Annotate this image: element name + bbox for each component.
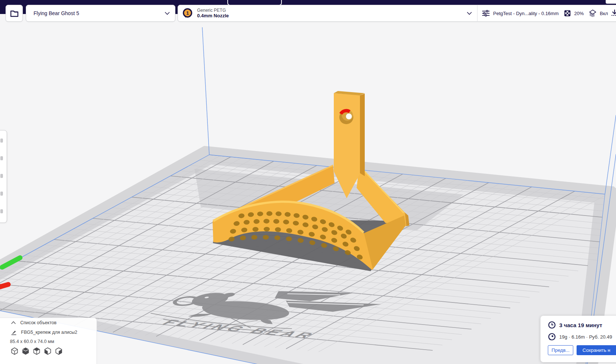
cube-top-icon (32, 347, 41, 356)
sliders-icon (482, 9, 490, 18)
print-settings-selector[interactable]: PetgTest - Dyn...ality - 0.16mm 20% Вкл (477, 5, 616, 21)
folder-icon (10, 10, 19, 17)
printer-selector[interactable]: Flying Bear Ghost 5 (26, 5, 175, 22)
account-button-remnant[interactable] (606, 0, 616, 4)
printer-name: Flying Bear Ghost 5 (34, 10, 165, 16)
support-state: Вкл (600, 11, 608, 16)
adhesion-icon (611, 8, 616, 18)
extruder-1-badge-icon: 1 (182, 7, 193, 19)
pen-icon (11, 330, 17, 335)
infill-percent: 20% (574, 11, 584, 16)
object-list-toggle[interactable]: Список объектов (0, 318, 97, 328)
chevron-up-icon (11, 321, 16, 324)
view-top-button[interactable] (32, 347, 41, 356)
material-selector[interactable]: 1 Generic PETG 0.4mm Nozzle (178, 5, 477, 21)
infill-icon (564, 9, 571, 17)
cura-window: FLYING BEAR (0, 0, 616, 364)
open-file-button[interactable] (6, 5, 23, 22)
save-button[interactable]: Сохранить н (577, 345, 616, 355)
cube-3d-icon (10, 347, 19, 356)
cube-right-icon (55, 347, 63, 356)
svg-text:1: 1 (186, 10, 189, 16)
object-list-item[interactable]: FBG5_крепеж для алисы2 (0, 328, 97, 337)
view-left-button[interactable] (43, 347, 52, 356)
model-bar-side-face (360, 94, 365, 176)
object-dimensions: 85.4 x 60.0 x 74.0 мм (0, 337, 97, 346)
cube-front-icon (21, 347, 30, 356)
viewport-3d[interactable]: FLYING BEAR (0, 0, 616, 364)
print-time: 3 часа 19 минут (559, 322, 602, 328)
material-name: Generic PETG (197, 8, 467, 13)
view-3d-button[interactable] (10, 347, 19, 356)
chevron-down-icon (467, 12, 472, 15)
camera-view-buttons (0, 347, 97, 356)
print-profile: PetgTest - Dyn...ality - 0.16mm (493, 11, 559, 16)
object-name: FBG5_крепеж для алисы2 (21, 330, 77, 335)
support-icon (589, 8, 597, 18)
view-right-button[interactable] (54, 347, 63, 356)
cube-left-icon (43, 347, 52, 356)
nozzle-size: 0.4mm Nozzle (197, 13, 467, 19)
object-list-header: Список объектов (20, 320, 56, 325)
clock-icon (548, 321, 556, 329)
model-screw-hole (339, 110, 353, 124)
print-summary-card: 3 часа 19 минут 19g · 6.16m · Руб. 20.49… (540, 316, 616, 362)
filament-spool-icon (548, 333, 556, 341)
material-usage: 19g · 6.16m · Руб. 20.49 (559, 334, 612, 340)
preview-button[interactable]: Предв... (548, 345, 573, 355)
chevron-down-icon (165, 12, 170, 15)
configuration-bar: 1 Generic PETG 0.4mm Nozzle PetgTest - D… (178, 5, 616, 22)
view-front-button[interactable] (21, 347, 30, 356)
tool-panel-cutoff[interactable] (0, 130, 7, 223)
object-list-panel: Список объектов FBG5_крепеж для алисы2 8… (0, 318, 97, 364)
